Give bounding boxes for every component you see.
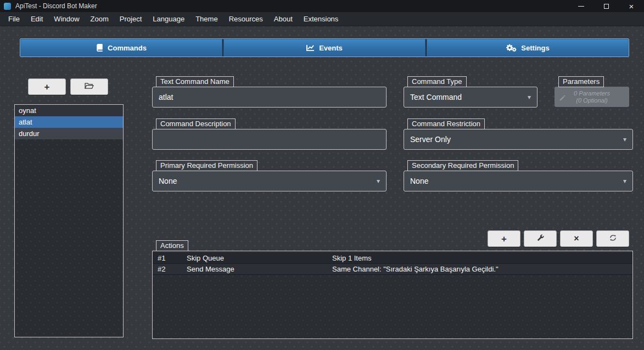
text-command-name-input[interactable]: [152, 87, 387, 108]
action-number: #2: [153, 264, 187, 274]
tab-settings-label: Settings: [521, 44, 549, 52]
command-restriction-value: Server Only: [410, 135, 451, 144]
maximize-icon: [604, 4, 609, 9]
actions-list: #1 Skip Queue Skip 1 Items #2 Send Messa…: [152, 251, 633, 339]
secondary-permission-select[interactable]: None ▾: [404, 171, 633, 191]
menu-window[interactable]: Window: [48, 12, 85, 26]
action-row[interactable]: #1 Skip Queue Skip 1 Items: [153, 253, 632, 264]
command-list-item[interactable]: oynat: [15, 105, 123, 116]
parameters-summary: 0 Parameters (0 Optional): [555, 87, 629, 107]
minimize-button[interactable]: [568, 0, 593, 12]
maximize-button[interactable]: [593, 0, 619, 12]
parameters-count-line1: 0 Parameters: [574, 90, 610, 97]
command-restriction-label: Command Restriction: [407, 118, 485, 129]
menu-about[interactable]: About: [268, 12, 298, 26]
action-number: #1: [153, 253, 187, 263]
book-icon: [96, 44, 103, 52]
close-button[interactable]: ×: [619, 0, 644, 12]
actions-group: Actions #1 Skip Queue Skip 1 Items #2 Se…: [152, 240, 633, 339]
menu-theme[interactable]: Theme: [190, 12, 223, 26]
chevron-down-icon: ▾: [623, 136, 626, 143]
menu-file[interactable]: File: [3, 12, 25, 26]
tab-commands[interactable]: Commands: [20, 39, 222, 57]
menu-edit[interactable]: Edit: [25, 12, 48, 26]
open-command-folder-button[interactable]: [70, 78, 108, 95]
primary-permission-value: None: [159, 177, 177, 185]
menu-zoom[interactable]: Zoom: [85, 12, 114, 26]
window-title: ApiTest - Discord Bot Maker: [15, 2, 97, 10]
parameters-group: Parameters 0 Parameters (0 Optional): [555, 76, 629, 107]
primary-permission-label: Primary Required Permission: [156, 160, 257, 171]
action-detail: Same Channel: "Sıradaki Şarkıya Başarıyl…: [332, 264, 632, 274]
add-command-button[interactable]: +: [28, 78, 66, 95]
parameters-count: 0 Parameters (0 Optional): [574, 90, 610, 104]
secondary-permission-value: None: [410, 177, 428, 185]
action-row[interactable]: #2 Send Message Same Channel: "Sıradaki …: [153, 264, 632, 275]
plus-icon: +: [44, 82, 50, 92]
command-type-select[interactable]: Text Command ▾: [404, 87, 537, 108]
menubar: File Edit Window Zoom Project Language T…: [0, 12, 644, 26]
actions-label: Actions: [156, 240, 188, 251]
command-type-label: Command Type: [407, 76, 467, 87]
titlebar: ApiTest - Discord Bot Maker ×: [0, 0, 644, 12]
tab-events[interactable]: Events: [223, 39, 425, 57]
command-type-group: Command Type Text Command ▾: [404, 76, 537, 108]
chevron-down-icon: ▾: [377, 177, 380, 185]
menu-project[interactable]: Project: [114, 12, 147, 26]
parameters-label: Parameters: [558, 76, 604, 87]
window-controls: ×: [568, 0, 644, 12]
chart-icon: [306, 44, 315, 52]
command-list-item-selected[interactable]: atlat: [15, 116, 123, 128]
close-icon: ×: [629, 2, 634, 10]
menu-language[interactable]: Language: [147, 12, 190, 26]
secondary-permission-group: Secondary Required Permission None ▾: [404, 160, 633, 191]
chevron-down-icon: ▾: [623, 177, 626, 185]
text-command-name-label: Text Command Name: [156, 76, 234, 87]
command-list: oynat atlat durdur: [14, 104, 124, 337]
action-name: Skip Queue: [187, 253, 332, 263]
action-detail: Skip 1 Items: [332, 253, 632, 263]
secondary-permission-label: Secondary Required Permission: [407, 160, 518, 171]
tab-commands-label: Commands: [108, 44, 147, 52]
command-restriction-group: Command Restriction Server Only ▾: [404, 118, 633, 150]
command-description-label: Command Description: [156, 118, 236, 129]
pencil-icon: [559, 93, 565, 103]
command-type-value: Text Command: [410, 93, 462, 101]
action-name: Send Message: [187, 264, 332, 274]
text-command-name-group: Text Command Name: [152, 76, 387, 108]
app-icon: [4, 3, 11, 10]
tab-settings[interactable]: Settings: [427, 39, 629, 57]
menu-extensions[interactable]: Extensions: [298, 12, 344, 26]
folder-open-icon: [85, 82, 94, 92]
command-list-item[interactable]: durdur: [15, 128, 123, 139]
command-description-input[interactable]: [152, 129, 387, 150]
minimize-icon: [578, 6, 584, 7]
primary-permission-group: Primary Required Permission None ▾: [152, 160, 387, 191]
gears-icon: [506, 44, 517, 52]
primary-permission-select[interactable]: None ▾: [152, 171, 387, 191]
tab-bar: Commands Events Settings: [20, 38, 629, 57]
command-restriction-select[interactable]: Server Only ▾: [404, 129, 633, 150]
tab-events-label: Events: [319, 44, 343, 52]
chevron-down-icon: ▾: [528, 93, 531, 101]
menu-resources[interactable]: Resources: [223, 12, 268, 26]
command-description-group: Command Description: [152, 118, 387, 150]
parameters-count-line2: (0 Optional): [574, 97, 610, 104]
